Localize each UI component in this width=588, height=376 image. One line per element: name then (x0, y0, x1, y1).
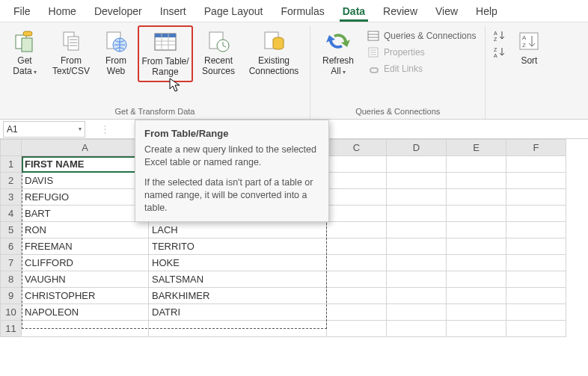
row-header-4[interactable]: 4 (1, 206, 22, 222)
cell-E2[interactable] (447, 173, 506, 189)
cell-E7[interactable] (447, 255, 506, 271)
tab-page-layout[interactable]: Page Layout (195, 1, 272, 21)
cell-F10[interactable] (506, 304, 566, 321)
cell-F6[interactable] (506, 238, 566, 255)
cell-C5[interactable] (327, 222, 387, 238)
row-header-6[interactable]: 6 (1, 238, 22, 255)
cell-D3[interactable] (387, 189, 447, 206)
row-header-8[interactable]: 8 (1, 271, 22, 288)
cell-C3[interactable] (327, 189, 387, 206)
row-header-3[interactable]: 3 (1, 189, 22, 206)
cell-E3[interactable] (447, 189, 506, 206)
cell-B9[interactable]: BARKHIMER (149, 288, 327, 304)
row-header-2[interactable]: 2 (1, 173, 22, 189)
cell-C11[interactable] (327, 321, 387, 337)
cell-F2[interactable] (506, 173, 566, 189)
cell-D4[interactable] (387, 206, 447, 222)
cell-D9[interactable] (387, 288, 447, 304)
cell-D1[interactable] (387, 156, 447, 173)
cell-D5[interactable] (387, 222, 447, 238)
cell-C8[interactable] (327, 271, 387, 288)
tab-formulas[interactable]: Formulas (272, 1, 333, 21)
cell-D8[interactable] (387, 271, 447, 288)
cell-E5[interactable] (447, 222, 506, 238)
tab-help[interactable]: Help (467, 1, 506, 21)
cell-C6[interactable] (327, 238, 387, 255)
cell-B7[interactable]: HOKE (149, 255, 327, 271)
cell-A6[interactable]: FREEMAN (22, 238, 149, 255)
cell-A1[interactable]: FIRST NAME (22, 156, 149, 173)
cell-C9[interactable] (327, 288, 387, 304)
cell-D11[interactable] (387, 321, 447, 337)
cell-E4[interactable] (447, 206, 506, 222)
tab-file[interactable]: File (4, 1, 40, 21)
sort-asc-icon[interactable]: AZ (491, 28, 508, 43)
cell-E11[interactable] (447, 321, 506, 337)
cell-E6[interactable] (447, 238, 506, 255)
tab-developer[interactable]: Developer (85, 1, 151, 21)
col-header-A[interactable]: A (22, 140, 149, 156)
cell-E9[interactable] (447, 288, 506, 304)
cell-C2[interactable] (327, 173, 387, 189)
col-header-E[interactable]: E (447, 140, 506, 156)
cell-A8[interactable]: VAUGHN (22, 271, 149, 288)
from-table-range-button[interactable]: From Table/ Range (138, 25, 193, 82)
recent-sources-button[interactable]: Recent Sources (197, 25, 239, 81)
cell-C1[interactable] (327, 156, 387, 173)
existing-connections-button[interactable]: Existing Connections (244, 25, 304, 81)
cell-C7[interactable] (327, 255, 387, 271)
cell-A3[interactable]: REFUGIO (22, 189, 149, 206)
cell-B8[interactable]: SALTSMAN (149, 271, 327, 288)
cell-F7[interactable] (506, 255, 566, 271)
cell-C10[interactable] (327, 304, 387, 321)
cell-A9[interactable]: CHRISTOPHER (22, 288, 149, 304)
cell-E10[interactable] (447, 304, 506, 321)
cell-D10[interactable] (387, 304, 447, 321)
cell-F8[interactable] (506, 271, 566, 288)
cell-A4[interactable]: BART (22, 206, 149, 222)
tab-data[interactable]: Data (334, 1, 374, 21)
tab-insert[interactable]: Insert (151, 1, 195, 21)
cell-E8[interactable] (447, 271, 506, 288)
cell-A10[interactable]: NAPOLEON (22, 304, 149, 321)
cell-B6[interactable]: TERRITO (149, 238, 327, 255)
cell-C4[interactable] (327, 206, 387, 222)
col-header-F[interactable]: F (506, 140, 566, 156)
cell-A7[interactable]: CLIFFORD (22, 255, 149, 271)
get-data-button[interactable]: Get Data▾ (6, 25, 43, 81)
col-header-C[interactable]: C (327, 140, 387, 156)
row-header-5[interactable]: 5 (1, 222, 22, 238)
cell-B10[interactable]: DATRI (149, 304, 327, 321)
row-header-1[interactable]: 1 (1, 156, 22, 173)
name-box[interactable]: A1 ▾ (3, 121, 85, 138)
tab-home[interactable]: Home (40, 1, 85, 21)
sort-desc-icon[interactable]: ZA (491, 45, 508, 60)
row-header-10[interactable]: 10 (1, 304, 22, 321)
select-all-corner[interactable] (1, 140, 22, 156)
cell-F4[interactable] (506, 206, 566, 222)
from-text-csv-button[interactable]: From Text/CSV (48, 25, 94, 81)
cell-F3[interactable] (506, 189, 566, 206)
cell-D6[interactable] (387, 238, 447, 255)
cell-A5[interactable]: RON (22, 222, 149, 238)
cell-A2[interactable]: DAVIS (22, 173, 149, 189)
cell-D2[interactable] (387, 173, 447, 189)
cell-D7[interactable] (387, 255, 447, 271)
cell-F9[interactable] (506, 288, 566, 304)
cell-E1[interactable] (447, 156, 506, 173)
tab-review[interactable]: Review (374, 1, 426, 21)
row-header-9[interactable]: 9 (1, 288, 22, 304)
row-header-7[interactable]: 7 (1, 255, 22, 271)
cell-F11[interactable] (506, 321, 566, 337)
refresh-all-button[interactable]: Refresh All▾ (316, 25, 360, 81)
cell-F1[interactable] (506, 156, 566, 173)
cell-B5[interactable]: LACH (149, 222, 327, 238)
cell-A11[interactable] (22, 321, 149, 337)
tab-view[interactable]: View (426, 1, 467, 21)
cell-B11[interactable] (149, 321, 327, 337)
cell-F5[interactable] (506, 222, 566, 238)
sort-button[interactable]: AZ Sort (512, 25, 545, 70)
from-web-button[interactable]: From Web (99, 25, 133, 81)
queries-connections-button[interactable]: Queries & Connections (364, 28, 479, 43)
col-header-D[interactable]: D (387, 140, 447, 156)
